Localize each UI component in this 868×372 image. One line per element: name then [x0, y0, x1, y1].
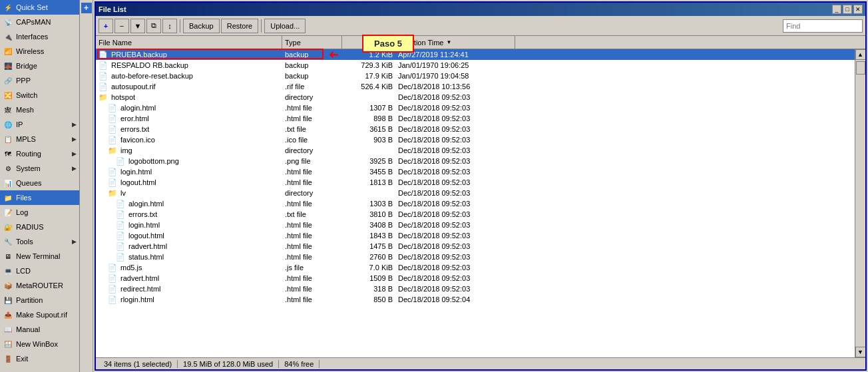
- table-row[interactable]: 📄favicon.ico.ico file903 BDec/18/2018 09…: [96, 134, 855, 145]
- table-row[interactable]: 📄rlogin.html.html file850 BDec/18/2018 0…: [96, 294, 855, 305]
- backup-button[interactable]: Backup: [183, 19, 220, 33]
- sidebar-item-new-winbox[interactable]: 🪟New WinBox: [0, 337, 79, 351]
- sidebar-item-capsman[interactable]: 📡CAPsMAN: [0, 15, 79, 29]
- scroll-down-button[interactable]: ▼: [855, 347, 866, 357]
- file-icon: 📄: [99, 51, 108, 59]
- remove-file-button[interactable]: −: [114, 19, 129, 33]
- table-row[interactable]: 📄autosupout.rif.rif file526.4 KiBDec/18/…: [96, 81, 855, 92]
- sidebar-item-interfaces[interactable]: 🔌Interfaces: [0, 29, 79, 44]
- sidebar-label: Interfaces: [16, 33, 48, 41]
- sidebar-item-quick-set[interactable]: ⚡Quick Set: [0, 0, 79, 15]
- table-row[interactable]: 📁hotspotdirectoryDec/18/2018 09:52:03: [96, 92, 855, 102]
- file-name-cell: 📄logout.html: [96, 232, 282, 240]
- col-header-type[interactable]: Type: [282, 36, 342, 49]
- file-size-cell: 898 B: [342, 114, 395, 122]
- table-row[interactable]: 📁lvdirectoryDec/18/2018 09:52:03: [96, 188, 855, 198]
- scrollbar[interactable]: ▲ ▼: [855, 49, 865, 357]
- sidebar-label: Switch: [16, 91, 37, 99]
- search-input[interactable]: [783, 19, 863, 33]
- minimize-button[interactable]: _: [832, 5, 841, 14]
- file-name-cell: 📄login.html: [96, 168, 282, 176]
- file-creation-cell: Dec/18/2018 09:52:03: [395, 242, 515, 250]
- sidebar-label: Routing: [16, 150, 41, 158]
- table-row[interactable]: 📄logout.html.html file1843 BDec/18/2018 …: [96, 230, 855, 241]
- table-row[interactable]: 📄login.html.html file3455 BDec/18/2018 0…: [96, 166, 855, 177]
- add-button[interactable]: +: [81, 3, 92, 13]
- file-list-container: 📄PRUEBA.backupbackup1.2 KiBApr/27/2019 1…: [96, 49, 865, 357]
- sidebar-item-ppp[interactable]: 🔗PPP: [0, 73, 79, 88]
- table-row[interactable]: 📄eror.html.html file898 BDec/18/2018 09:…: [96, 113, 855, 124]
- filter-button[interactable]: ▼: [130, 19, 145, 33]
- window-titlebar: File List _ □ ✕: [96, 3, 865, 16]
- upload-button[interactable]: Upload...: [264, 19, 306, 33]
- sidebar-item-log[interactable]: 📝Log: [0, 205, 79, 220]
- file-size-cell: 1843 B: [342, 232, 395, 240]
- sidebar-item-queues[interactable]: 📊Queues: [0, 176, 79, 190]
- file-name-cell: 📁img: [96, 146, 282, 155]
- file-size-cell: 850 B: [342, 295, 395, 303]
- sidebar-item-bridge[interactable]: 🌉Bridge: [0, 59, 79, 73]
- submenu-arrow-icon: ▶: [72, 121, 77, 128]
- sidebar-label: New WinBox: [16, 340, 58, 348]
- sidebar-item-files[interactable]: 📁Files: [0, 190, 79, 205]
- file-name-text: errors.txt: [120, 125, 149, 133]
- sidebar-item-new-terminal[interactable]: 🖥New Terminal: [0, 249, 79, 264]
- table-row[interactable]: 📄errors.txt.txt file3810 BDec/18/2018 09…: [96, 209, 855, 220]
- sidebar-item-system[interactable]: ⚙System▶: [0, 161, 79, 176]
- col-header-name[interactable]: File Name: [96, 36, 282, 49]
- table-row[interactable]: 📄login.html.html file3408 BDec/18/2018 0…: [96, 220, 855, 230]
- file-type-cell: .html file: [282, 221, 342, 229]
- table-row[interactable]: 📄radvert.html.html file1475 BDec/18/2018…: [96, 241, 855, 252]
- sidebar-label: Log: [16, 208, 28, 216]
- copy-button[interactable]: ⧉: [146, 19, 161, 33]
- sidebar-item-partition[interactable]: 💾Partition: [0, 293, 79, 307]
- file-icon: 📄: [99, 61, 108, 70]
- sidebar-item-exit[interactable]: 🚪Exit: [0, 351, 79, 366]
- table-row[interactable]: 📄status.html.html file2760 BDec/18/2018 …: [96, 252, 855, 262]
- sidebar-item-tools[interactable]: 🔧Tools▶: [0, 234, 79, 249]
- maximize-button[interactable]: □: [843, 5, 852, 14]
- sidebar-item-ip[interactable]: 🌐IP▶: [0, 117, 79, 132]
- file-name-cell: 📄radvert.html: [96, 242, 282, 251]
- file-creation-cell: Dec/18/2018 09:52:03: [395, 274, 515, 282]
- file-icon: 📄: [99, 72, 108, 81]
- scroll-thumb[interactable]: [856, 61, 865, 75]
- table-row[interactable]: 📄redirect.html.html file318 BDec/18/2018…: [96, 283, 855, 294]
- table-row[interactable]: 📄alogin.html.html file1307 BDec/18/2018 …: [96, 102, 855, 113]
- sort-button[interactable]: ↕: [162, 19, 177, 33]
- table-row[interactable]: 📄md5.js.js file7.0 KiBDec/18/2018 09:52:…: [96, 262, 855, 273]
- table-row[interactable]: 📄alogin.html.html file1303 BDec/18/2018 …: [96, 198, 855, 209]
- file-name-cell: 📄redirect.html: [96, 285, 282, 293]
- sidebar-item-manual[interactable]: 📖Manual: [0, 322, 79, 337]
- ppp-icon: 🔗: [3, 75, 13, 86]
- table-row[interactable]: 📄radvert.html.html file1509 BDec/18/2018…: [96, 273, 855, 283]
- close-button[interactable]: ✕: [853, 5, 863, 14]
- table-row[interactable]: 📄auto-before-reset.backupbackup17.9 KiBJ…: [96, 71, 855, 81]
- table-row[interactable]: 📄errors.txt.txt file3615 BDec/18/2018 09…: [96, 124, 855, 134]
- file-creation-cell: Dec/18/2018 09:52:03: [395, 125, 515, 133]
- status-count: 34 items (1 selected): [99, 360, 178, 368]
- add-file-button[interactable]: +: [99, 19, 113, 33]
- sidebar-label: Tools: [16, 238, 33, 246]
- sidebar-item-lcd[interactable]: 💻LCD: [0, 264, 79, 278]
- scroll-up-button[interactable]: ▲: [855, 49, 866, 60]
- table-row[interactable]: 📁imgdirectoryDec/18/2018 09:52:03: [96, 145, 855, 156]
- table-row[interactable]: 📄PRUEBA.backupbackup1.2 KiBApr/27/2019 1…: [96, 49, 855, 60]
- file-name-cell: 📄eror.html: [96, 114, 282, 123]
- sidebar-item-routing[interactable]: 🗺Routing▶: [0, 146, 79, 161]
- sidebar-item-switch[interactable]: 🔀Switch: [0, 88, 79, 102]
- file-name-text: status.html: [128, 253, 164, 261]
- file-type-cell: .html file: [282, 178, 342, 186]
- sidebar-item-radius[interactable]: 🔐RADIUS: [0, 220, 79, 234]
- sidebar-item-wireless[interactable]: 📶Wireless: [0, 44, 79, 59]
- sidebar-item-metarouter[interactable]: 📦MetaROUTER: [0, 278, 79, 293]
- table-row[interactable]: 📄logout.html.html file1813 BDec/18/2018 …: [96, 177, 855, 188]
- table-row[interactable]: 📄logobottom.png.png file3925 BDec/18/201…: [96, 156, 855, 166]
- file-size-cell: 7.0 KiB: [342, 264, 395, 272]
- sidebar-item-make-supout.rif[interactable]: 📤Make Supout.rif: [0, 307, 79, 322]
- sidebar-item-mpls[interactable]: 📋MPLS▶: [0, 132, 79, 146]
- table-row[interactable]: 📄RESPALDO RB.backupbackup729.3 KiBJan/01…: [96, 60, 855, 71]
- restore-button[interactable]: Restore: [221, 19, 259, 33]
- sidebar-item-mesh[interactable]: 🕸Mesh: [0, 102, 79, 117]
- file-name-text: errors.txt: [128, 210, 157, 218]
